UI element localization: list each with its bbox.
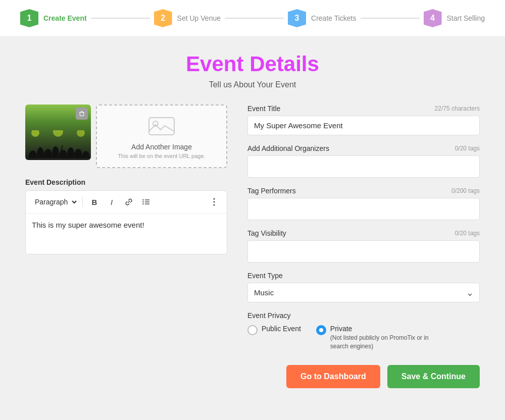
add-image-button[interactable]: Add Another Image This will be on the ev…	[96, 104, 227, 168]
bottom-buttons: Go to Dashboard Save & Continue	[247, 365, 480, 388]
crowd-svg	[25, 130, 91, 158]
step-label-4: Start Selling	[447, 14, 485, 22]
svg-point-26	[214, 204, 215, 206]
toolbar-divider-1	[82, 197, 83, 207]
performers-group: Tag Performers 0/200 tags	[247, 187, 480, 220]
editor-content[interactable]: This is my super awesome event!	[26, 214, 227, 254]
step-icon-4: 4	[424, 9, 442, 27]
privacy-options: Public Event Private (Not listed publicl…	[247, 325, 480, 351]
privacy-label: Event Privacy	[247, 311, 480, 320]
svg-point-4	[77, 130, 85, 137]
visibility-hint: 0/20 tags	[455, 230, 480, 237]
link-icon	[125, 198, 133, 206]
svg-point-3	[53, 130, 63, 137]
trash-icon	[79, 111, 85, 117]
svg-point-2	[31, 130, 39, 137]
svg-point-17	[153, 121, 158, 126]
privacy-option-public[interactable]: Public Event	[247, 325, 301, 351]
organizers-group: Add Additional Organizers 0/20 tags	[247, 144, 480, 178]
stepper: 1 Create Event 2 Set Up Venue 3 Create T…	[0, 0, 505, 37]
svg-point-7	[44, 149, 52, 158]
image-placeholder-icon	[146, 114, 177, 139]
editor-box: Paragraph B I	[25, 190, 227, 254]
visibility-group: Tag Visibility 0/20 tags	[247, 229, 480, 262]
editor-toolbar: Paragraph B I	[26, 191, 227, 214]
performers-label: Tag Performers	[247, 187, 296, 195]
visibility-label: Tag Visibility	[247, 229, 286, 237]
svg-point-10	[67, 147, 74, 158]
svg-point-24	[214, 198, 215, 200]
list-button[interactable]	[138, 195, 154, 209]
page-title: Event Details	[25, 52, 480, 76]
more-options-button[interactable]	[207, 195, 222, 209]
save-continue-button[interactable]: Save & Continue	[387, 365, 480, 388]
public-event-label: Public Event	[262, 325, 301, 333]
step-connector-1-2	[91, 18, 150, 19]
event-type-label: Event Type	[247, 272, 283, 280]
step-icon-1: 1	[20, 9, 38, 27]
event-title-hint: 22/75 characters	[435, 105, 480, 112]
step-connector-3-4	[361, 18, 420, 19]
link-button[interactable]	[121, 195, 136, 209]
right-column: Event Title 22/75 characters Add Additio…	[247, 104, 480, 388]
svg-point-9	[59, 150, 67, 158]
privacy-group: Event Privacy Public Event Private (Not …	[247, 311, 480, 351]
event-type-select[interactable]: Music Arts Sports Conference Festival Ot…	[247, 283, 480, 302]
privacy-option-private[interactable]: Private (Not listed publicly on PromoTix…	[316, 325, 431, 351]
step-icon-3: 3	[288, 9, 306, 27]
step-set-up-venue[interactable]: 2 Set Up Venue	[154, 9, 221, 27]
svg-point-5	[29, 150, 37, 158]
radio-private[interactable]	[316, 325, 326, 335]
event-type-group: Event Type Music Arts Sports Conference …	[247, 272, 480, 302]
event-title-group: Event Title 22/75 characters	[247, 104, 480, 135]
performers-hint: 0/200 tags	[451, 187, 480, 194]
go-to-dashboard-button[interactable]: Go to Dashboard	[286, 365, 380, 388]
performers-input[interactable]	[247, 198, 480, 220]
svg-rect-1	[81, 111, 83, 112]
step-label-3: Create Tickets	[311, 14, 356, 22]
organizers-hint: 0/20 tags	[455, 145, 480, 152]
list-icon	[142, 198, 150, 206]
svg-rect-16	[149, 118, 174, 135]
add-image-sublabel: This will be on the event URL page.	[118, 153, 205, 159]
left-column: Add Another Image This will be on the ev…	[25, 104, 227, 264]
visibility-input[interactable]	[247, 240, 480, 262]
organizers-input[interactable]	[247, 155, 480, 178]
organizers-label: Add Additional Organizers	[247, 144, 329, 152]
step-create-event[interactable]: 1 Create Event	[20, 9, 87, 27]
italic-button[interactable]: I	[104, 195, 119, 209]
paragraph-select[interactable]: Paragraph	[31, 196, 78, 207]
delete-image-button[interactable]	[76, 108, 88, 120]
description-group: Event Description Paragraph B I	[25, 178, 227, 254]
radio-public[interactable]	[247, 325, 258, 335]
step-start-selling[interactable]: 4 Start Selling	[424, 9, 485, 27]
svg-point-12	[82, 151, 89, 158]
step-label-2: Set Up Venue	[177, 14, 221, 22]
svg-point-11	[74, 149, 82, 158]
description-label: Event Description	[25, 178, 227, 186]
step-label-1: Create Event	[43, 14, 87, 22]
event-type-select-wrapper: Music Arts Sports Conference Festival Ot…	[247, 283, 480, 302]
svg-point-25	[214, 201, 215, 203]
event-title-input[interactable]	[247, 116, 480, 135]
event-title-label: Event Title	[247, 104, 280, 113]
step-icon-2: 2	[154, 9, 172, 27]
uploaded-image	[25, 104, 91, 160]
step-create-tickets[interactable]: 3 Create Tickets	[288, 9, 356, 27]
private-event-label: Private	[330, 325, 431, 333]
page-subtitle: Tell us About Your Event	[25, 80, 480, 89]
add-image-label: Add Another Image	[131, 143, 192, 151]
image-upload-row: Add Another Image This will be on the ev…	[25, 104, 227, 168]
bold-button[interactable]: B	[87, 195, 102, 209]
step-connector-2-3	[225, 18, 284, 19]
private-event-desc: (Not listed publicly on PromoTix or in s…	[330, 334, 431, 351]
more-icon	[213, 198, 215, 206]
